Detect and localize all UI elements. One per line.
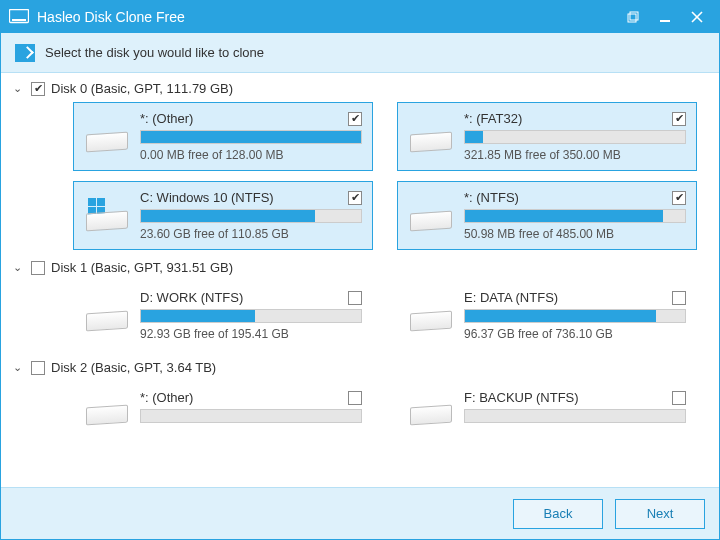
instruction-bar: Select the disk you would like to clone: [1, 33, 719, 73]
disk-group: ⌄Disk 1 (Basic, GPT, 931.51 GB)D: WORK (…: [13, 260, 707, 350]
chevron-down-icon[interactable]: ⌄: [13, 361, 25, 374]
minimize-button[interactable]: [651, 5, 679, 29]
partition[interactable]: F: BACKUP (NTFS): [397, 381, 697, 439]
partition[interactable]: *: (NTFS)50.98 MB free of 485.00 MB: [397, 181, 697, 250]
restore-button[interactable]: [619, 5, 647, 29]
usage-bar-fill: [141, 131, 361, 143]
usage-bar: [140, 409, 362, 423]
partition-checkbox[interactable]: [348, 112, 362, 126]
partition[interactable]: E: DATA (NTFS)96.37 GB free of 736.10 GB: [397, 281, 697, 350]
partition-body: *: (NTFS)50.98 MB free of 485.00 MB: [464, 190, 686, 241]
usage-bar-fill: [141, 210, 315, 222]
disk-checkbox[interactable]: [31, 261, 45, 275]
footer: Back Next: [1, 487, 719, 539]
partition-free-text: 96.37 GB free of 736.10 GB: [464, 327, 686, 341]
usage-bar: [464, 309, 686, 323]
partition-body: C: Windows 10 (NTFS)23.60 GB free of 110…: [140, 190, 362, 241]
titlebar: Hasleo Disk Clone Free: [1, 1, 719, 33]
drive-icon: [84, 117, 130, 157]
drive-icon: [84, 296, 130, 336]
disk-group: ⌄Disk 2 (Basic, GPT, 3.64 TB)*: (Other)F…: [13, 360, 707, 439]
disk-list[interactable]: ⌄Disk 0 (Basic, GPT, 111.79 GB)*: (Other…: [1, 73, 719, 487]
drive-icon: [408, 296, 454, 336]
partition-body: E: DATA (NTFS)96.37 GB free of 736.10 GB: [464, 290, 686, 341]
partition-body: *: (Other): [140, 390, 362, 430]
usage-bar: [464, 409, 686, 423]
partition-name: *: (FAT32): [464, 111, 522, 126]
partition-checkbox[interactable]: [672, 191, 686, 205]
partition[interactable]: C: Windows 10 (NTFS)23.60 GB free of 110…: [73, 181, 373, 250]
partition-free-text: 92.93 GB free of 195.41 GB: [140, 327, 362, 341]
usage-bar: [140, 209, 362, 223]
disk-header[interactable]: ⌄Disk 2 (Basic, GPT, 3.64 TB): [13, 360, 707, 375]
back-button[interactable]: Back: [513, 499, 603, 529]
partition[interactable]: *: (FAT32)321.85 MB free of 350.00 MB: [397, 102, 697, 171]
partition-checkbox[interactable]: [348, 291, 362, 305]
partition[interactable]: *: (Other): [73, 381, 373, 439]
partition-checkbox[interactable]: [672, 291, 686, 305]
usage-bar: [464, 130, 686, 144]
drive-icon: [408, 117, 454, 157]
partition-body: D: WORK (NTFS)92.93 GB free of 195.41 GB: [140, 290, 362, 341]
partition-name: C: Windows 10 (NTFS): [140, 190, 274, 205]
usage-bar-fill: [141, 310, 255, 322]
partition-grid: D: WORK (NTFS)92.93 GB free of 195.41 GB…: [13, 281, 707, 350]
partition-name: *: (Other): [140, 111, 193, 126]
partition-body: *: (FAT32)321.85 MB free of 350.00 MB: [464, 111, 686, 162]
disk-checkbox[interactable]: [31, 361, 45, 375]
partition-name: *: (NTFS): [464, 190, 519, 205]
partition-name: D: WORK (NTFS): [140, 290, 243, 305]
partition-free-text: 23.60 GB free of 110.85 GB: [140, 227, 362, 241]
usage-bar: [140, 309, 362, 323]
partition-body: F: BACKUP (NTFS): [464, 390, 686, 430]
disk-header[interactable]: ⌄Disk 1 (Basic, GPT, 931.51 GB): [13, 260, 707, 275]
partition-name: *: (Other): [140, 390, 193, 405]
partition-free-text: 50.98 MB free of 485.00 MB: [464, 227, 686, 241]
disk-label: Disk 0 (Basic, GPT, 111.79 GB): [51, 81, 233, 96]
partition-grid: *: (Other)0.00 MB free of 128.00 MB*: (F…: [13, 102, 707, 250]
partition[interactable]: *: (Other)0.00 MB free of 128.00 MB: [73, 102, 373, 171]
usage-bar: [140, 130, 362, 144]
usage-bar: [464, 209, 686, 223]
partition-checkbox[interactable]: [672, 112, 686, 126]
usage-bar-fill: [465, 310, 656, 322]
partition-checkbox[interactable]: [348, 391, 362, 405]
instruction-text: Select the disk you would like to clone: [45, 45, 264, 60]
app-icon: [9, 9, 29, 25]
partition-checkbox[interactable]: [348, 191, 362, 205]
usage-bar-fill: [465, 131, 483, 143]
partition-name: F: BACKUP (NTFS): [464, 390, 579, 405]
window-controls: [619, 5, 711, 29]
svg-rect-2: [628, 14, 636, 22]
partition-grid: *: (Other)F: BACKUP (NTFS): [13, 381, 707, 439]
windows-drive-icon: [84, 196, 130, 236]
next-button[interactable]: Next: [615, 499, 705, 529]
chevron-down-icon[interactable]: ⌄: [13, 82, 25, 95]
usage-bar-fill: [465, 210, 663, 222]
partition-name: E: DATA (NTFS): [464, 290, 558, 305]
drive-icon: [84, 390, 130, 430]
partition-free-text: 0.00 MB free of 128.00 MB: [140, 148, 362, 162]
svg-rect-3: [630, 12, 638, 20]
drive-icon: [408, 196, 454, 236]
partition-body: *: (Other)0.00 MB free of 128.00 MB: [140, 111, 362, 162]
disk-label: Disk 2 (Basic, GPT, 3.64 TB): [51, 360, 216, 375]
drive-icon: [408, 390, 454, 430]
clone-step-icon: [15, 44, 35, 62]
app-title: Hasleo Disk Clone Free: [37, 9, 611, 25]
disk-header[interactable]: ⌄Disk 0 (Basic, GPT, 111.79 GB): [13, 81, 707, 96]
partition-checkbox[interactable]: [672, 391, 686, 405]
disk-label: Disk 1 (Basic, GPT, 931.51 GB): [51, 260, 233, 275]
svg-rect-1: [12, 19, 26, 21]
partition[interactable]: D: WORK (NTFS)92.93 GB free of 195.41 GB: [73, 281, 373, 350]
chevron-down-icon[interactable]: ⌄: [13, 261, 25, 274]
partition-free-text: 321.85 MB free of 350.00 MB: [464, 148, 686, 162]
close-button[interactable]: [683, 5, 711, 29]
disk-group: ⌄Disk 0 (Basic, GPT, 111.79 GB)*: (Other…: [13, 81, 707, 250]
disk-checkbox[interactable]: [31, 82, 45, 96]
